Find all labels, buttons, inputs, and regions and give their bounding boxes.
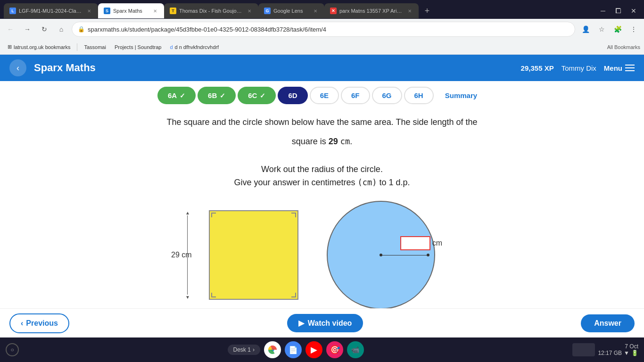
extensions-icon[interactable]: 🧩 xyxy=(611,23,624,36)
system-tray-icon xyxy=(572,343,595,356)
side-length-label: 29 cm xyxy=(171,251,192,259)
tab-6d[interactable]: 6D xyxy=(278,87,307,104)
square-container: ▲ ▼ 29 cm xyxy=(209,210,298,300)
tab-6a[interactable]: 6A ✓ xyxy=(157,87,196,104)
tab-6b-check: ✓ xyxy=(220,92,225,99)
tab-6e[interactable]: 6E xyxy=(310,87,339,104)
taskbar-chrome-icon[interactable] xyxy=(264,341,281,358)
all-bookmarks-button[interactable]: All Bookmarks xyxy=(607,44,640,50)
tab-lgf[interactable]: L LGF-9M1-MU1-2024-Class M… ✕ xyxy=(4,3,98,18)
circle-container: cm xyxy=(327,201,435,309)
tab-6c[interactable]: 6C ✓ xyxy=(238,87,276,104)
tab-thomas[interactable]: T Thomas Dix - Fish Goujons -… ✕ xyxy=(164,3,258,18)
desk-selector[interactable]: Desk 1 › xyxy=(228,345,260,355)
tab-6h[interactable]: 6H xyxy=(404,87,434,104)
system-tray: 7 Oct 12:17 GB ▼ 🔋 xyxy=(572,343,638,356)
tab-summary[interactable]: Summary xyxy=(436,88,487,103)
tab-6f-label: 6F xyxy=(351,91,360,99)
new-tab-button[interactable]: + xyxy=(421,4,434,17)
answer-input[interactable] xyxy=(400,236,430,250)
bookmark-projects-label: Projects | Soundtrap xyxy=(115,44,161,50)
bookmark-latrust-icon: ⊞ xyxy=(8,44,12,50)
address-bar[interactable]: 🔒 sparxmaths.uk/student/package/45d3fbbe… xyxy=(72,22,575,37)
square-shape xyxy=(209,210,298,300)
watch-video-button[interactable]: ▶ Watch video xyxy=(287,314,363,332)
sparx-app: ‹ Sparx Maths 29,355 XP Tommy Dix Menu 6… xyxy=(0,55,644,321)
tab-6c-check: ✓ xyxy=(260,92,265,99)
bookmark-tassomai[interactable]: Tassomai xyxy=(80,43,109,51)
tab-lgf-close[interactable]: ✕ xyxy=(86,8,92,14)
tab-google-lens[interactable]: G Google Lens ✕ xyxy=(258,3,324,18)
corner-bl xyxy=(211,293,216,297)
profile-icon[interactable]: 👤 xyxy=(579,23,592,36)
corner-tr xyxy=(291,213,296,217)
tab-6h-label: 6H xyxy=(414,91,423,99)
tab-thomas-close[interactable]: ✕ xyxy=(246,8,253,14)
app-header: ‹ Sparx Maths 29,355 XP Tommy Dix Menu xyxy=(0,55,644,81)
tab-6f[interactable]: 6F xyxy=(341,87,370,104)
bookmark-latrust[interactable]: ⊞ latrust.org.uk bookmarks xyxy=(4,43,74,51)
taskbar: ○ Desk 1 › 📄 ▶ 🎯 📹 7 Oct 12:17 G xyxy=(0,337,644,362)
bookmark-projects[interactable]: Projects | Soundtrap xyxy=(111,43,165,51)
bookmark-latrust-label: latrust.org.uk bookmarks xyxy=(14,44,70,50)
window-controls: ─ ⧠ ✕ xyxy=(597,5,640,16)
taskbar-pink-icon[interactable]: 🎯 xyxy=(326,341,343,358)
tab-sparx[interactable]: S Sparx Maths ✕ xyxy=(98,3,164,18)
close-window-button[interactable]: ✕ xyxy=(627,5,640,16)
taskbar-meet-icon[interactable]: 📹 xyxy=(347,341,364,358)
more-options-icon[interactable]: ⋮ xyxy=(627,23,640,36)
tab-summary-label: Summary xyxy=(445,91,477,99)
answer-label: Answer xyxy=(594,319,621,327)
corner-br xyxy=(291,293,296,297)
star-icon[interactable]: ☆ xyxy=(595,23,608,36)
tab-google-lens-title: Google Lens xyxy=(273,8,309,14)
battery-icon: 🔋 xyxy=(631,350,638,356)
taskbar-circle-icon[interactable]: ○ xyxy=(6,343,19,356)
tab-lgf-title: LGF-9M1-MU1-2024-Class M… xyxy=(19,8,83,14)
tab-parx-title: parx Matns 13557 XP Arin O… xyxy=(339,8,404,14)
question-line2: square is 29 cm. xyxy=(19,135,625,148)
prev-arrow-icon: ‹ xyxy=(21,319,23,328)
minimize-button[interactable]: ─ xyxy=(597,5,609,16)
tab-6b-label: 6B xyxy=(208,91,217,99)
toolbar-icons: 👤 ☆ 🧩 ⋮ xyxy=(579,23,640,36)
taskbar-docs-icon[interactable]: 📄 xyxy=(285,341,302,358)
back-arrow-button[interactable]: ‹ xyxy=(9,59,26,76)
app-title: Sparx Maths xyxy=(34,62,521,74)
reload-button[interactable]: ↻ xyxy=(38,23,51,36)
bookmarks-divider xyxy=(77,43,77,51)
tab-sparx-close[interactable]: ✕ xyxy=(152,8,158,14)
tab-6b[interactable]: 6B ✓ xyxy=(198,87,236,104)
tab-google-lens-close[interactable]: ✕ xyxy=(312,8,319,14)
question-line4: Give your answer in centimetres (cm) to … xyxy=(19,176,625,189)
maximize-button[interactable]: ⧠ xyxy=(611,5,625,16)
secure-icon: 🔒 xyxy=(78,26,85,33)
tab-6g[interactable]: 6G xyxy=(372,87,402,104)
bookmark-dn-icon: d xyxy=(170,44,173,50)
bookmark-tassomai-label: Tassomai xyxy=(84,44,106,50)
main-content: The square and the circle shown below ha… xyxy=(0,104,644,321)
circle-shape: cm xyxy=(327,201,435,309)
back-button[interactable]: ← xyxy=(4,23,17,36)
desk-chevron-icon: › xyxy=(253,346,255,353)
time-date-display: 7 Oct 12:17 GB ▼ 🔋 xyxy=(598,343,638,356)
taskbar-youtube-icon[interactable]: ▶ xyxy=(305,341,322,358)
tab-parx-close[interactable]: ✕ xyxy=(406,8,413,14)
taskbar-left: ○ xyxy=(6,343,19,356)
home-button[interactable]: ⌂ xyxy=(55,23,68,36)
menu-button[interactable]: Menu xyxy=(604,64,635,72)
answer-button[interactable]: Answer xyxy=(581,314,635,332)
address-bar-row: ← → ↻ ⌂ 🔒 sparxmaths.uk/student/package/… xyxy=(0,19,644,40)
forward-button[interactable]: → xyxy=(21,23,34,36)
previous-label: Previous xyxy=(26,319,58,328)
question-line1: The square and the circle shown below ha… xyxy=(19,115,625,129)
tab-parx[interactable]: ✕ parx Matns 13557 XP Arin O… ✕ xyxy=(324,3,419,18)
xp-display: 29,355 XP xyxy=(521,64,554,72)
diagram-area: ▲ ▼ 29 cm xyxy=(19,201,625,309)
previous-button[interactable]: ‹ Previous xyxy=(9,313,69,333)
tab-bar: L LGF-9M1-MU1-2024-Class M… ✕ S Sparx Ma… xyxy=(0,0,644,19)
bookmark-dn[interactable]: d d n dfhvkfndrcvhdrf xyxy=(166,43,223,51)
tab-6d-label: 6D xyxy=(288,91,297,99)
wifi-icon: ▼ xyxy=(624,350,629,356)
tab-sparx-title: Sparx Maths xyxy=(113,8,149,14)
